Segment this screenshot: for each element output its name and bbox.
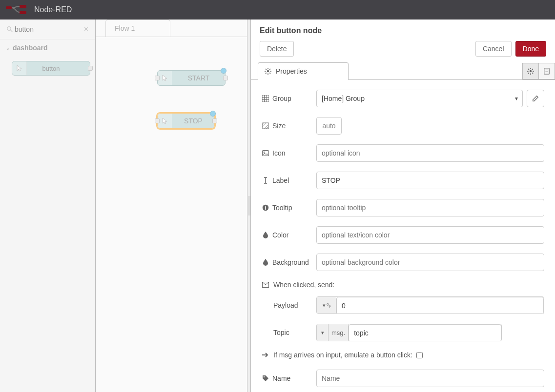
canvas[interactable]: START STOP bbox=[96, 37, 247, 392]
label-background: Background bbox=[262, 258, 316, 266]
image-icon bbox=[262, 150, 269, 157]
svg-line-22 bbox=[532, 69, 533, 70]
svg-line-10 bbox=[266, 69, 267, 70]
tooltip-input[interactable] bbox=[316, 199, 544, 216]
label-tooltip: Tooltip bbox=[262, 204, 316, 212]
svg-line-13 bbox=[269, 69, 270, 70]
svg-point-14 bbox=[530, 70, 532, 72]
node-changed-dot bbox=[210, 111, 216, 117]
tab-flow-1[interactable]: Flow 1 bbox=[105, 20, 170, 37]
svg-point-38 bbox=[264, 376, 265, 377]
label-payload: Payload bbox=[262, 301, 316, 309]
tray-title: Edit button node bbox=[251, 20, 555, 41]
pointer-icon bbox=[161, 117, 169, 125]
chevron-down-icon: ⌄ bbox=[6, 45, 10, 51]
edit-group-button[interactable] bbox=[527, 90, 544, 107]
svg-line-11 bbox=[269, 73, 270, 74]
pointer-icon bbox=[161, 74, 169, 82]
node-port-out[interactable] bbox=[212, 118, 217, 123]
app-header: Node-RED bbox=[0, 0, 555, 20]
grid-icon bbox=[262, 95, 269, 102]
svg-point-36 bbox=[265, 206, 266, 207]
topic-prefix: msg. bbox=[329, 324, 349, 341]
node-icon-bay bbox=[158, 71, 172, 85]
label-icon: Icon bbox=[262, 149, 316, 157]
payload-input[interactable] bbox=[336, 297, 544, 314]
svg-point-3 bbox=[7, 27, 11, 31]
emulate-click-checkbox[interactable] bbox=[416, 352, 423, 358]
node-description-icon-button[interactable] bbox=[538, 63, 555, 79]
envelope-icon bbox=[262, 282, 269, 288]
label-size: Size bbox=[262, 122, 316, 130]
svg-line-21 bbox=[528, 73, 529, 74]
editor-tray: Edit button node Delete Cancel Done Prop… bbox=[250, 20, 555, 392]
palette-search-input[interactable] bbox=[4, 23, 91, 35]
palette-node-button[interactable]: button bbox=[12, 61, 90, 76]
svg-rect-35 bbox=[265, 207, 266, 210]
color-input[interactable] bbox=[316, 226, 544, 244]
svg-rect-0 bbox=[6, 6, 12, 9]
label-topic: Topic bbox=[262, 329, 316, 336]
arrow-right-icon bbox=[262, 352, 269, 358]
done-button[interactable]: Done bbox=[515, 41, 546, 57]
palette-category-dashboard[interactable]: ⌄ dashboard bbox=[0, 39, 95, 56]
cancel-button[interactable]: Cancel bbox=[475, 41, 512, 57]
tab-properties-label: Properties bbox=[276, 67, 307, 75]
name-input[interactable] bbox=[316, 370, 544, 387]
delete-button[interactable]: Delete bbox=[260, 41, 294, 57]
label-group: Group bbox=[262, 95, 316, 102]
label-color: Color bbox=[262, 231, 316, 239]
label-input[interactable] bbox=[316, 172, 544, 189]
svg-line-20 bbox=[532, 73, 533, 74]
node-port-in[interactable] bbox=[155, 76, 160, 80]
gear-icon bbox=[527, 68, 534, 75]
workspace-tabs: Flow 1 bbox=[96, 20, 247, 37]
text-cursor-icon bbox=[262, 177, 269, 184]
node-port-in[interactable] bbox=[155, 118, 160, 123]
svg-point-33 bbox=[264, 152, 265, 153]
background-input[interactable] bbox=[316, 254, 544, 271]
node-settings-icon-button[interactable] bbox=[522, 63, 539, 79]
tag-icon bbox=[262, 375, 269, 382]
app-title: Node-RED bbox=[34, 5, 72, 14]
gear-icon bbox=[264, 68, 272, 75]
info-icon bbox=[262, 204, 269, 211]
section-when-clicked: When clicked, send: bbox=[262, 281, 544, 289]
workspace[interactable]: Flow 1 START STOP bbox=[96, 20, 247, 392]
tab-properties[interactable]: Properties bbox=[258, 62, 349, 80]
number-type-icon: ⁰₉ bbox=[327, 302, 330, 309]
resize-icon bbox=[262, 122, 269, 129]
tray-resize-handle[interactable] bbox=[247, 20, 250, 392]
palette: × ⌄ dashboard button bbox=[0, 20, 96, 392]
svg-point-5 bbox=[267, 70, 269, 72]
icon-input[interactable] bbox=[316, 144, 544, 162]
clear-search-icon[interactable]: × bbox=[84, 25, 88, 34]
svg-line-4 bbox=[11, 30, 13, 32]
svg-line-19 bbox=[528, 69, 529, 70]
tint-icon bbox=[262, 259, 269, 266]
size-button[interactable]: auto bbox=[316, 117, 342, 135]
svg-rect-26 bbox=[262, 95, 269, 102]
group-select[interactable]: [Home] Group bbox=[316, 90, 523, 107]
node-stop[interactable]: STOP bbox=[157, 113, 215, 129]
node-port-out[interactable] bbox=[223, 76, 228, 80]
node-start[interactable]: START bbox=[157, 70, 226, 86]
label-name: Name bbox=[262, 374, 316, 382]
search-icon bbox=[6, 26, 14, 32]
topic-input[interactable] bbox=[349, 324, 501, 341]
tint-icon bbox=[262, 232, 269, 238]
svg-rect-1 bbox=[20, 5, 26, 8]
tab-label: Flow 1 bbox=[115, 24, 135, 32]
palette-search[interactable]: × bbox=[0, 20, 95, 39]
topic-type-select[interactable]: ▾ bbox=[317, 324, 329, 341]
node-icon-bay bbox=[12, 61, 27, 75]
node-icon-bay bbox=[158, 114, 172, 128]
pointer-icon bbox=[16, 64, 23, 72]
svg-rect-2 bbox=[20, 11, 26, 14]
file-icon bbox=[543, 68, 550, 75]
label-label: Label bbox=[262, 176, 316, 184]
pencil-icon bbox=[532, 95, 539, 102]
node-label: STOP bbox=[172, 117, 214, 125]
payload-type-select[interactable]: ▾ ⁰₉ bbox=[317, 297, 336, 314]
node-changed-dot bbox=[221, 68, 226, 74]
